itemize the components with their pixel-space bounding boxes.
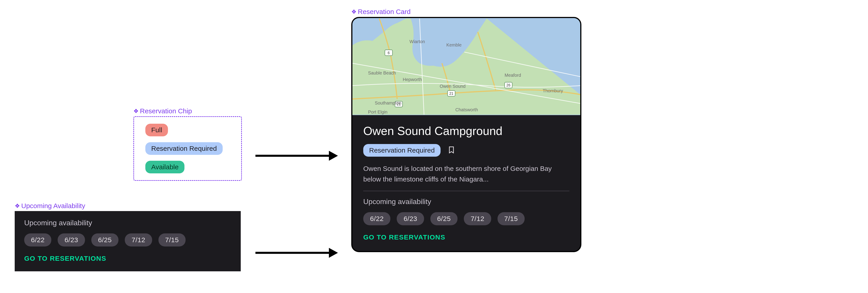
svg-text:Hepworth: Hepworth xyxy=(403,77,422,82)
upcoming-availability-component: ❖ Upcoming Availability Upcoming availab… xyxy=(15,202,241,271)
bookmark-icon[interactable] xyxy=(447,146,456,155)
component-label-card: ❖ Reservation Card xyxy=(351,8,581,15)
component-label-availability-text: Upcoming Availability xyxy=(21,202,85,210)
reservation-card-component: ❖ Reservation Card xyxy=(351,8,581,252)
svg-text:Sauble Beach: Sauble Beach xyxy=(368,70,396,75)
diamond-icon: ❖ xyxy=(351,9,356,15)
svg-text:26: 26 xyxy=(506,83,510,87)
card-chip-reservation-required[interactable]: Reservation Required xyxy=(363,144,440,157)
arrow-chip-to-card xyxy=(254,147,338,166)
component-label-chip-text: Reservation Chip xyxy=(140,107,192,115)
svg-text:Thornbury: Thornbury xyxy=(543,88,563,93)
diamond-icon: ❖ xyxy=(15,203,20,209)
svg-marker-3 xyxy=(329,248,338,258)
reservation-card: 6 21 26 21 Wiarton Kemble Sauble Beach H… xyxy=(351,17,581,252)
card-description: Owen Sound is located on the southern sh… xyxy=(363,163,569,184)
card-title: Owen Sound Campground xyxy=(363,124,569,138)
chip-available[interactable]: Available xyxy=(145,161,184,173)
map-icon: 6 21 26 21 Wiarton Kemble Sauble Beach H… xyxy=(352,18,580,115)
go-to-reservations-link[interactable]: GO TO RESERVATIONS xyxy=(363,233,569,241)
component-label-availability: ❖ Upcoming Availability xyxy=(15,202,241,210)
date-chip[interactable]: 6/25 xyxy=(430,212,458,225)
card-divider xyxy=(363,191,569,191)
date-chip[interactable]: 6/23 xyxy=(58,233,85,247)
chip-full[interactable]: Full xyxy=(145,124,168,136)
card-date-row: 6/22 6/23 6/25 7/12 7/15 xyxy=(363,212,569,225)
svg-text:Port Elgin: Port Elgin xyxy=(368,109,388,114)
svg-text:Southampton: Southampton xyxy=(375,101,401,105)
svg-text:Meaford: Meaford xyxy=(504,73,521,78)
date-chip[interactable]: 6/22 xyxy=(363,212,391,225)
go-to-reservations-link[interactable]: GO TO RESERVATIONS xyxy=(24,255,231,262)
availability-panel: Upcoming availability 6/22 6/23 6/25 7/1… xyxy=(15,211,241,271)
date-chip[interactable]: 7/12 xyxy=(125,233,152,247)
diamond-icon: ❖ xyxy=(133,108,138,114)
date-chip[interactable]: 7/15 xyxy=(498,212,525,225)
svg-text:Kemble: Kemble xyxy=(446,42,462,47)
date-chip[interactable]: 6/22 xyxy=(24,233,51,247)
availability-title: Upcoming availability xyxy=(24,219,231,227)
svg-text:21: 21 xyxy=(450,91,454,96)
reservation-chip-component: ❖ Reservation Chip Full Reservation Requ… xyxy=(133,107,242,181)
card-map-image: 6 21 26 21 Wiarton Kemble Sauble Beach H… xyxy=(352,18,580,115)
svg-text:Owen Sound: Owen Sound xyxy=(440,84,465,89)
chip-variants-box: Full Reservation Required Available xyxy=(133,116,242,181)
svg-marker-1 xyxy=(329,151,338,161)
card-availability-title: Upcoming availability xyxy=(363,197,569,206)
availability-date-row: 6/22 6/23 6/25 7/12 7/15 xyxy=(24,233,231,247)
date-chip[interactable]: 6/23 xyxy=(397,212,424,225)
svg-text:Wiarton: Wiarton xyxy=(409,39,425,44)
card-chip-row: Reservation Required xyxy=(363,144,569,157)
svg-text:Chatsworth: Chatsworth xyxy=(455,107,478,112)
date-chip[interactable]: 6/25 xyxy=(91,233,119,247)
date-chip[interactable]: 7/15 xyxy=(158,233,186,247)
date-chip[interactable]: 7/12 xyxy=(464,212,491,225)
component-label-card-text: Reservation Card xyxy=(358,8,410,15)
chip-reservation-required[interactable]: Reservation Required xyxy=(145,142,223,155)
svg-text:6: 6 xyxy=(388,51,390,55)
card-body: Owen Sound Campground Reservation Requir… xyxy=(352,115,580,251)
component-label-chip: ❖ Reservation Chip xyxy=(133,107,242,115)
arrow-availability-to-card xyxy=(254,244,338,263)
